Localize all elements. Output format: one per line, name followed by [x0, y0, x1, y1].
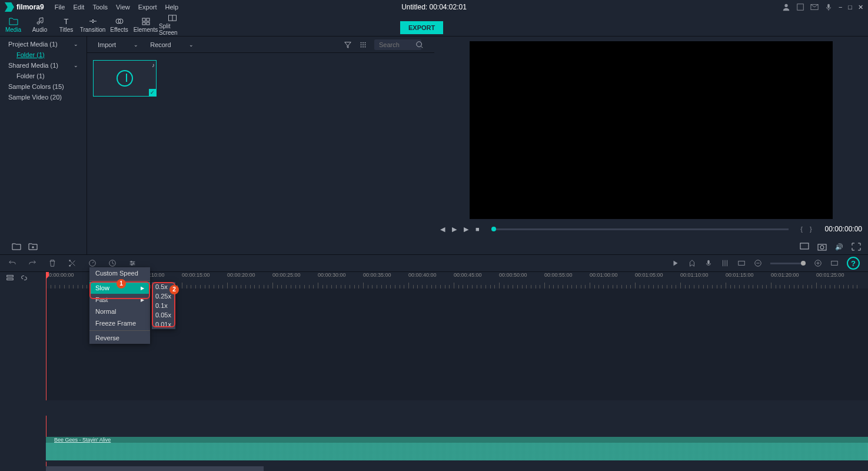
submenu-005x[interactable]: 0.05x [152, 310, 175, 320]
content-toolbar: Import⌄ Record⌄ [87, 37, 434, 53]
progress-handle[interactable] [491, 227, 496, 231]
progress-bar[interactable] [491, 228, 789, 230]
delete-icon[interactable] [48, 259, 56, 267]
undo-icon[interactable] [8, 259, 16, 267]
folder-icon[interactable] [28, 242, 38, 250]
import-dropdown[interactable]: Import⌄ [98, 41, 138, 48]
mail-icon[interactable] [810, 3, 819, 11]
sidebar-folder-1[interactable]: Folder (1) [0, 49, 87, 60]
scrollbar-thumb[interactable] [46, 466, 264, 471]
tab-media[interactable]: Media [0, 14, 26, 36]
export-button[interactable]: EXPORT [400, 21, 443, 34]
tab-elements[interactable]: Elements [132, 14, 159, 36]
play-button[interactable]: ▶ [464, 225, 468, 233]
app-name: filmora9 [16, 3, 44, 11]
annotation-badge-1: 1 [117, 279, 126, 288]
render-icon[interactable] [671, 259, 680, 267]
filter-icon[interactable] [344, 41, 352, 49]
svg-rect-25 [800, 243, 809, 249]
chevron-down-icon: ⌄ [74, 41, 78, 47]
voiceover-icon[interactable] [704, 259, 713, 267]
check-icon: ✓ [149, 89, 156, 96]
preview-canvas[interactable] [470, 41, 833, 219]
menu-view[interactable]: View [116, 4, 130, 11]
bracket-right-icon[interactable]: } [810, 225, 812, 233]
mic-icon[interactable] [824, 3, 833, 11]
menu-freeze-frame[interactable]: Freeze Frame [89, 317, 150, 329]
main-area: Project Media (1)⌄ Folder (1) Shared Med… [0, 37, 868, 254]
music-icon [35, 17, 45, 25]
zoom-in-icon[interactable] [814, 259, 822, 267]
waveform [46, 443, 868, 460]
menu-normal[interactable]: Normal [89, 306, 150, 317]
record-dropdown[interactable]: Record⌄ [150, 41, 193, 48]
marker-icon[interactable] [688, 259, 696, 267]
maximize-button[interactable]: □ [848, 4, 852, 11]
sidebar-sample-colors[interactable]: Sample Colors (15) [0, 81, 87, 92]
svg-rect-42 [739, 261, 745, 266]
zoom-out-icon[interactable] [754, 259, 762, 267]
fullscreen-icon[interactable] [852, 243, 861, 251]
tab-effects[interactable]: Effects [106, 14, 132, 36]
redo-icon[interactable] [28, 259, 36, 267]
grid-icon[interactable] [359, 41, 367, 49]
prev-frame-button[interactable]: ◀ [440, 225, 445, 233]
speed-icon[interactable] [88, 259, 97, 267]
search-input[interactable] [374, 39, 421, 50]
tab-audio[interactable]: Audio [26, 14, 53, 36]
menu-reverse[interactable]: Reverse [89, 332, 150, 344]
sidebar-shared-media[interactable]: Shared Media (1)⌄ [0, 60, 87, 71]
horizontal-scrollbar[interactable] [46, 466, 868, 471]
menu-tools[interactable]: Tools [92, 4, 108, 11]
sidebar-folder-2[interactable]: Folder (1) [0, 71, 87, 81]
zoom-fit-icon[interactable] [830, 259, 839, 267]
manage-tracks-icon[interactable] [6, 274, 14, 282]
display-icon[interactable] [800, 243, 809, 251]
minimize-button[interactable]: − [839, 4, 842, 11]
menu-custom-speed[interactable]: Custom Speed [89, 267, 150, 279]
audio-track[interactable]: Bee Gees - Stayin' Alive [46, 437, 868, 462]
bracket-left-icon[interactable]: { [800, 225, 803, 233]
user-icon[interactable] [782, 3, 790, 11]
tab-titles[interactable]: T Titles [53, 14, 79, 36]
aspect-icon[interactable] [737, 259, 746, 267]
menu-fast[interactable]: Fast▶ [89, 294, 150, 306]
new-folder-icon[interactable] [12, 242, 21, 250]
audio-clip[interactable]: Bee Gees - Stayin' Alive [46, 437, 868, 460]
svg-point-20 [365, 46, 366, 47]
crop-icon[interactable] [108, 259, 117, 267]
submenu-01x[interactable]: 0.1x [152, 301, 175, 310]
zoom-handle[interactable] [801, 261, 806, 266]
video-track[interactable] [46, 400, 868, 416]
menu-help[interactable]: Help [165, 4, 179, 11]
menu-file[interactable]: File [55, 4, 65, 11]
tab-split-screen[interactable]: Split Screen [159, 14, 185, 36]
tab-transition[interactable]: Transition [79, 14, 106, 36]
save-icon[interactable] [796, 3, 804, 11]
svg-point-14 [365, 42, 366, 43]
tab-titles-label: Titles [59, 26, 74, 33]
search-icon[interactable] [415, 41, 424, 49]
menu-export[interactable]: Export [138, 4, 157, 11]
close-button[interactable]: ✕ [858, 4, 863, 11]
play-backward-button[interactable]: ▶ [452, 225, 457, 233]
snapshot-icon[interactable] [817, 243, 827, 251]
chevron-right-icon: ▶ [141, 286, 144, 291]
help-button[interactable]: ? [847, 257, 860, 270]
submenu-001x[interactable]: 0.01x [152, 320, 175, 329]
menu-edit[interactable]: Edit [73, 4, 84, 11]
document-title: Untitled: 00:04:02:01 [401, 3, 467, 11]
sidebar-sample-video[interactable]: Sample Video (20) [0, 92, 87, 102]
link-icon[interactable] [20, 274, 28, 282]
media-item-audio[interactable]: ♪ ✓ [93, 60, 157, 97]
color-icon[interactable] [128, 259, 137, 267]
stop-button[interactable]: ■ [475, 225, 480, 233]
sidebar-project-media[interactable]: Project Media (1)⌄ [0, 39, 87, 49]
split-icon[interactable] [68, 259, 77, 267]
mixer-icon[interactable] [721, 259, 729, 267]
sidebar-bottom-icons [5, 238, 45, 254]
volume-icon[interactable]: 🔊 [835, 243, 843, 251]
svg-point-35 [131, 261, 132, 263]
zoom-slider[interactable] [770, 263, 806, 264]
tab-audio-label: Audio [32, 26, 48, 33]
